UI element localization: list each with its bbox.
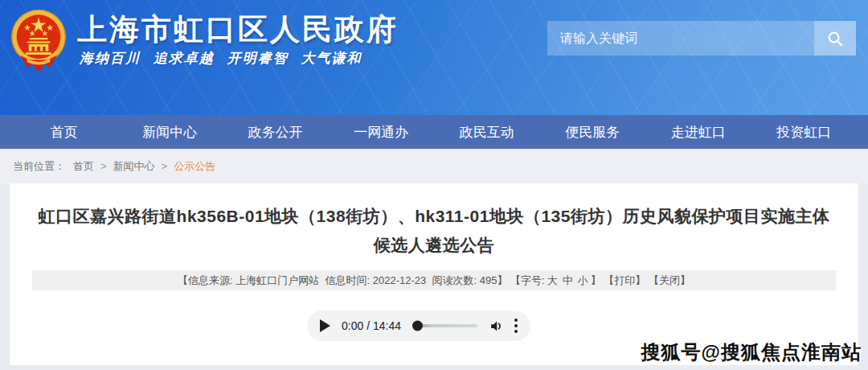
breadcrumb-label: 当前位置： — [13, 159, 65, 174]
font-size-label: 【字号: — [507, 273, 544, 288]
site-title: 上海市虹口区人民政府 — [77, 10, 399, 50]
site-header: 上海市虹口区人民政府 海纳百川 追求卓越 开明睿智 大气谦和 — [0, 0, 868, 115]
nav-item-about-hongkou[interactable]: 走进虹口 — [645, 115, 751, 149]
nav-item-convenience-services[interactable]: 便民服务 — [540, 115, 646, 149]
nav-item-invest-hongkou[interactable]: 投资虹口 — [751, 115, 858, 149]
site-slogan: 海纳百川 追求卓越 开明睿智 大气谦和 — [80, 49, 362, 68]
nav-item-home[interactable]: 首页 — [11, 115, 117, 149]
breadcrumb-separator: > — [100, 160, 107, 172]
font-size-bracket: 】 — [591, 273, 601, 288]
nav-item-gov-affairs[interactable]: 政务公开 — [223, 115, 329, 149]
national-emblem-icon — [10, 7, 68, 73]
article-card: 虹口区嘉兴路街道hk356B-01地块（138街坊）、hk311-01地块（13… — [10, 183, 858, 365]
search-input[interactable] — [547, 21, 814, 56]
sohu-watermark: 搜狐号@搜狐焦点淮南站 — [641, 339, 862, 365]
breadcrumb-separator: > — [162, 160, 168, 172]
audio-slider-thumb[interactable] — [412, 321, 423, 331]
volume-icon[interactable] — [489, 319, 504, 334]
search-button[interactable] — [814, 21, 856, 56]
audio-player: 0:00 / 14:44 — [307, 310, 530, 341]
print-button[interactable]: 【打印】 — [601, 273, 646, 288]
nav-item-public-interaction[interactable]: 政民互动 — [434, 115, 540, 149]
font-size-small-button[interactable]: 小 — [578, 273, 588, 288]
audio-progress-slider[interactable] — [414, 324, 477, 327]
close-button[interactable]: 【关闭】 — [645, 273, 690, 288]
font-size-medium-button[interactable]: 中 — [563, 273, 573, 288]
search-icon — [826, 30, 844, 47]
breadcrumb-home[interactable]: 首页 — [73, 159, 94, 174]
nav-item-one-stop-services[interactable]: 一网通办 — [329, 115, 435, 149]
breadcrumb-current-announcements[interactable]: 公示公告 — [174, 159, 215, 174]
nav-item-news-center[interactable]: 新闻中心 — [117, 115, 223, 149]
breadcrumb-news-center[interactable]: 新闻中心 — [113, 159, 155, 174]
audio-menu-kebab-icon[interactable] — [514, 319, 518, 333]
breadcrumb: 当前位置： 首页 > 新闻中心 > 公示公告 — [0, 149, 868, 183]
main-nav: 首页 新闻中心 政务公开 一网通办 政民互动 便民服务 走进虹口 投资虹口 — [0, 115, 868, 149]
play-icon[interactable] — [320, 319, 330, 332]
search-bar — [547, 21, 856, 56]
audio-time: 0:00 / 14:44 — [342, 319, 401, 332]
font-size-large-button[interactable]: 大 — [547, 273, 558, 288]
article-meta-bar: 【信息来源: 上海虹口门户网站 信息时间: 2022-12-23 阅读次数: 4… — [32, 270, 836, 290]
article-meta-info: 【信息来源: 上海虹口门户网站 信息时间: 2022-12-23 阅读次数: 4… — [178, 273, 507, 288]
article-title: 虹口区嘉兴路街道hk356B-01地块（138街坊）、hk311-01地块（13… — [32, 202, 836, 260]
